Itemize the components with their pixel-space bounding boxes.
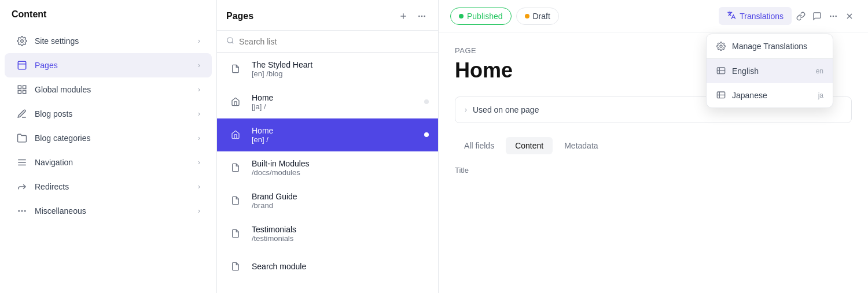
sidebar-item-site-settings[interactable]: Site settings ›	[5, 29, 212, 53]
comment-button[interactable]	[810, 9, 824, 23]
add-page-button[interactable]	[396, 9, 410, 23]
svg-rect-3	[23, 86, 26, 88]
status-buttons: Published Draft	[450, 8, 559, 25]
sidebar-item-blog-posts[interactable]: Blog posts ›	[5, 102, 212, 126]
sidebar: Content Site settings › Pages › Global m…	[0, 0, 217, 293]
right-panel-header: Published Draft Translations	[439, 0, 868, 32]
manage-translations-item[interactable]: Manage Translations	[707, 34, 833, 58]
svg-point-24	[720, 45, 722, 47]
svg-point-19	[830, 16, 831, 16]
link-button[interactable]	[794, 9, 808, 23]
published-dot	[459, 14, 464, 18]
sidebar-item-blog-categories[interactable]: Blog categories ›	[5, 126, 212, 150]
page-name: Brand Guide	[252, 192, 429, 201]
sidebar-title: Content	[0, 9, 216, 29]
chevron-right-icon: ›	[198, 86, 200, 94]
draft-label: Draft	[533, 12, 550, 21]
home-icon	[226, 92, 245, 111]
sidebar-item-miscellaneous[interactable]: Miscellaneous ›	[5, 199, 212, 223]
svg-line-18	[232, 42, 234, 44]
doc-icon	[226, 257, 245, 276]
sidebar-item-label: Site settings	[35, 36, 79, 46]
language-japanese-item[interactable]: Japanese ja	[707, 83, 833, 107]
page-path: [en] /blog	[252, 69, 429, 78]
chevron-right-icon: ›	[198, 37, 200, 45]
home-icon	[226, 125, 245, 144]
svg-point-20	[833, 16, 833, 16]
right-header-actions: Translations	[719, 7, 856, 25]
page-item[interactable]: Built-in Modules /docs/modules	[217, 151, 438, 184]
svg-point-14	[419, 16, 420, 16]
sidebar-item-global-modules[interactable]: Global modules ›	[5, 77, 212, 102]
tab-content[interactable]: Content	[506, 137, 553, 154]
tab-metadata[interactable]: Metadata	[555, 137, 607, 154]
page-item[interactable]: The Styled Heart [en] /blog	[217, 53, 438, 86]
translations-btn-label: Translations	[740, 12, 784, 21]
svg-point-9	[21, 210, 23, 212]
pages-list: The Styled Heart [en] /blog Home [ja] / …	[217, 53, 438, 293]
page-status-dot	[424, 99, 429, 104]
page-name: Built-in Modules	[252, 159, 429, 168]
sidebar-item-redirects[interactable]: Redirects ›	[5, 175, 212, 199]
published-button[interactable]: Published	[450, 8, 512, 25]
page-item[interactable]: Search module	[217, 250, 438, 283]
page-name: Testimonials	[252, 225, 429, 234]
page-name: Home	[252, 126, 417, 135]
chevron-right-icon: ›	[198, 110, 200, 118]
tabs-row: All fields Content Metadata	[455, 137, 852, 154]
navigation-icon	[16, 157, 28, 168]
page-path: [ja] /	[252, 102, 417, 111]
published-label: Published	[467, 12, 503, 21]
misc-icon	[16, 205, 28, 217]
page-name: The Styled Heart	[252, 60, 429, 69]
svg-rect-4	[18, 91, 21, 94]
page-item[interactable]: Brand Guide /brand	[217, 184, 438, 217]
page-path: [en] /	[252, 135, 417, 144]
sidebar-item-label: Global modules	[35, 85, 91, 94]
language-japanese-label: Japanese	[732, 91, 767, 100]
settings-icon	[16, 35, 28, 47]
tab-all-fields[interactable]: All fields	[455, 137, 503, 154]
chevron-right-icon: ›	[465, 106, 467, 114]
chevron-right-icon: ›	[198, 158, 200, 166]
categories-icon	[16, 132, 28, 144]
page-item[interactable]: Testimonials /testimonials	[217, 217, 438, 250]
close-button[interactable]	[843, 9, 856, 23]
language-english-label: English	[732, 66, 759, 76]
language-icon	[716, 66, 726, 76]
language-japanese-code: ja	[818, 91, 823, 99]
manage-translations-label: Manage Translations	[732, 42, 807, 51]
pages-more-button[interactable]	[415, 9, 429, 23]
search-icon	[226, 36, 234, 46]
pages-panel-header: Pages	[217, 0, 438, 31]
search-box	[217, 31, 438, 53]
doc-icon	[226, 158, 245, 177]
svg-point-15	[421, 16, 422, 16]
translations-button[interactable]: Translations	[719, 7, 792, 25]
svg-point-10	[25, 210, 26, 212]
draft-button[interactable]: Draft	[516, 8, 559, 25]
pages-panel-title: Pages	[226, 11, 253, 21]
sidebar-item-label: Blog posts	[35, 109, 72, 118]
sidebar-item-label: Redirects	[35, 182, 69, 191]
page-path: /brand	[252, 201, 429, 210]
sidebar-item-label: Pages	[35, 61, 58, 70]
svg-point-11	[19, 210, 20, 212]
more-button[interactable]	[826, 9, 840, 23]
sidebar-item-label: Navigation	[35, 158, 73, 167]
sidebar-item-pages[interactable]: Pages ›	[5, 53, 212, 77]
page-name: Home	[252, 93, 417, 102]
language-english-item[interactable]: English en	[707, 59, 833, 83]
svg-rect-2	[18, 86, 21, 88]
page-item[interactable]: Home [ja] /	[217, 86, 438, 118]
page-name: Search module	[252, 262, 429, 271]
sidebar-item-label: Blog categories	[35, 133, 91, 143]
pages-panel: Pages The Styled Heart [en] /blog	[217, 0, 439, 293]
sidebar-item-navigation[interactable]: Navigation ›	[5, 150, 212, 175]
language-icon	[716, 90, 726, 101]
search-input[interactable]	[239, 37, 429, 46]
chevron-right-icon: ›	[198, 134, 200, 142]
svg-point-0	[21, 40, 24, 43]
blog-posts-icon	[16, 108, 28, 120]
page-item-active[interactable]: Home [en] /	[217, 118, 438, 151]
